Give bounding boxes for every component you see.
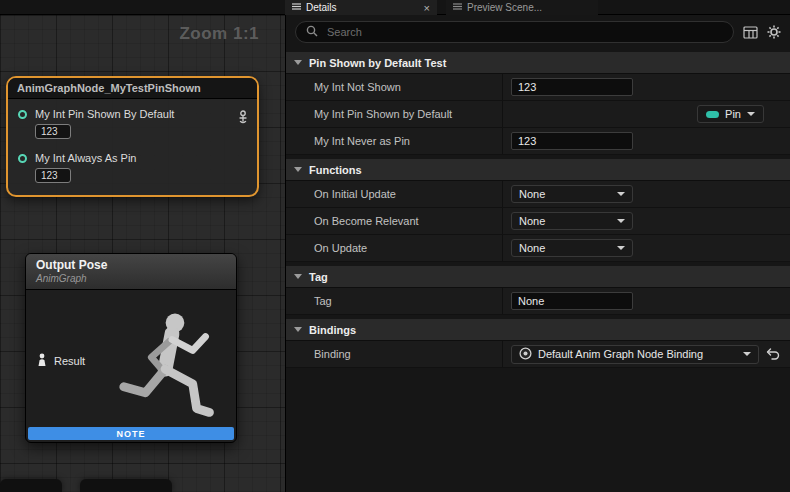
my-int-never-as-pin-input[interactable] [511, 132, 633, 150]
chevron-down-icon [294, 274, 302, 279]
pin-visibility-dropdown[interactable]: Pin [697, 105, 764, 123]
note-label: NOTE [116, 429, 145, 439]
category-functions[interactable]: Functions [286, 159, 790, 181]
property-value: None [503, 235, 790, 261]
tag-input[interactable] [511, 292, 633, 310]
property-label: Binding [286, 341, 503, 367]
pin-row: My Int Pin Shown By Default 123 [18, 108, 249, 139]
close-icon[interactable]: × [424, 3, 430, 13]
note-bar[interactable]: NOTE [28, 427, 234, 440]
anim-graph-canvas[interactable]: Zoom 1:1 AnimGraphNode_MyTestPinShown My… [0, 15, 285, 492]
details-panel: Pin Shown by Default Test My Int Not Sho… [285, 15, 790, 492]
property-row-on-initial-update: On Initial Update None [286, 181, 790, 208]
details-toolbar [286, 15, 790, 50]
chevron-down-icon [617, 219, 625, 223]
result-pin-row[interactable]: Result [36, 352, 85, 370]
category-tag[interactable]: Tag [286, 266, 790, 288]
category-title: Functions [309, 164, 362, 176]
bind-icon[interactable] [237, 110, 249, 128]
property-value: Pin [503, 101, 790, 127]
category-title: Pin Shown by Default Test [309, 57, 446, 69]
graph-node-output-pose[interactable]: Output Pose AnimGraph Result [25, 253, 237, 443]
binding-value: Default Anim Graph Node Binding [538, 348, 703, 360]
property-row-tag: Tag [286, 288, 790, 315]
property-label: On Become Relevant [286, 208, 503, 234]
property-label: On Initial Update [286, 181, 503, 207]
tab-preview-scene[interactable]: Preview Scene... [446, 0, 598, 15]
node-body: Result [26, 290, 236, 426]
property-value: None [503, 181, 790, 207]
unreal-anim-blueprint-editor: { "topbar": { "tabs": [ { "label": "Deta… [0, 0, 790, 492]
pin-value-field[interactable]: 123 [35, 124, 71, 139]
property-value: None [503, 208, 790, 234]
search-icon [306, 23, 318, 41]
property-value [503, 74, 790, 100]
chevron-down-icon [747, 112, 755, 116]
chevron-down-icon [617, 192, 625, 196]
chevron-down-icon [294, 327, 302, 332]
chevron-down-icon [294, 60, 302, 65]
search-box[interactable] [295, 21, 734, 43]
pin-label: My Int Always As Pin [35, 152, 136, 164]
property-label: My Int Never as Pin [286, 128, 503, 154]
partial-graph-node[interactable] [80, 479, 172, 492]
node-header[interactable]: Output Pose AnimGraph [26, 254, 236, 290]
reset-to-default-icon[interactable] [766, 348, 780, 360]
result-pin-label: Result [54, 355, 85, 367]
on-update-dropdown[interactable]: None [511, 239, 633, 257]
property-value: Default Anim Graph Node Binding [503, 341, 790, 367]
zoom-level-label: Zoom 1:1 [179, 24, 259, 44]
search-input[interactable] [325, 25, 723, 39]
property-label: On Update [286, 235, 503, 261]
tab-preview-scene-label: Preview Scene... [467, 2, 542, 13]
category-bindings[interactable]: Bindings [286, 319, 790, 341]
int-pin-icon[interactable] [18, 154, 27, 163]
property-row-on-become-relevant: On Become Relevant None [286, 208, 790, 235]
property-row-binding: Binding Default Anim Graph Node Binding [286, 341, 790, 368]
property-row-my-int-not-shown: My Int Not Shown [286, 74, 790, 101]
pin-icon [706, 111, 719, 118]
tab-bar: Details × Preview Scene... [0, 0, 790, 15]
on-initial-update-dropdown[interactable]: None [511, 185, 633, 203]
property-row-my-int-never-as-pin: My Int Never as Pin [286, 128, 790, 155]
property-value [503, 128, 790, 154]
node-body: My Int Pin Shown By Default 123 My Int A… [8, 99, 257, 195]
partial-graph-node[interactable] [0, 479, 62, 492]
pin-visibility-label: Pin [725, 108, 741, 120]
property-value [503, 288, 790, 314]
property-label: My Int Not Shown [286, 74, 503, 100]
chevron-down-icon [743, 352, 751, 356]
pose-pin-icon[interactable] [36, 352, 48, 370]
details-tab-icon [292, 2, 301, 13]
pin-value-field[interactable]: 123 [35, 168, 71, 183]
property-label: Tag [286, 288, 503, 314]
category-title: Tag [309, 271, 328, 283]
property-label: My Int Pin Shown by Default [286, 101, 503, 127]
dropdown-value: None [519, 188, 545, 200]
preview-scene-tab-icon [453, 2, 462, 13]
chevron-down-icon [294, 167, 302, 172]
graph-node-test-pin-shown[interactable]: AnimGraphNode_MyTestPinShown My Int Pin … [6, 76, 259, 197]
pin-label: My Int Pin Shown By Default [35, 108, 174, 120]
node-title[interactable]: AnimGraphNode_MyTestPinShown [8, 78, 257, 99]
display-options-icon[interactable] [743, 26, 758, 39]
binding-dropdown[interactable]: Default Anim Graph Node Binding [511, 345, 759, 364]
pin-row: My Int Always As Pin 123 [18, 152, 249, 183]
node-title: Output Pose [36, 258, 226, 272]
category-pin-shown-by-default-test[interactable]: Pin Shown by Default Test [286, 52, 790, 74]
property-row-my-int-pin-shown-by-default: My Int Pin Shown by Default Pin [286, 101, 790, 128]
tab-details[interactable]: Details × [285, 0, 437, 15]
on-become-relevant-dropdown[interactable]: None [511, 212, 633, 230]
tab-details-label: Details [306, 2, 337, 13]
dropdown-value: None [519, 215, 545, 227]
chevron-down-icon [617, 246, 625, 250]
mannequin-image [110, 306, 237, 443]
property-row-on-update: On Update None [286, 235, 790, 262]
int-pin-icon[interactable] [18, 110, 27, 119]
settings-gear-icon[interactable] [767, 25, 781, 39]
node-subtitle: AnimGraph [36, 273, 226, 284]
binding-icon [519, 347, 532, 362]
my-int-not-shown-input[interactable] [511, 78, 633, 96]
category-title: Bindings [309, 324, 356, 336]
dropdown-value: None [519, 242, 545, 254]
